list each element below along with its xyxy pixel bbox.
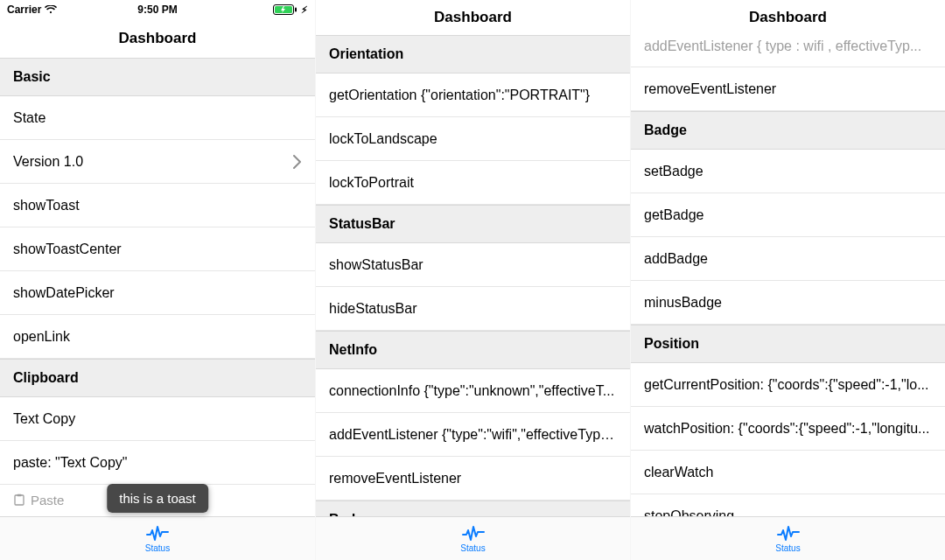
section-badge: Badge	[631, 111, 945, 150]
row-add-event-listener[interactable]: addEventListener {"type":"wifi","effecti…	[316, 413, 630, 457]
battery-charging-icon	[273, 4, 298, 15]
row-add-event-listener-partial[interactable]: addEventListener { type : wifi , effecti…	[631, 35, 945, 67]
svg-rect-2	[295, 8, 297, 12]
wifi-icon	[45, 5, 57, 14]
toast: this is a toast	[107, 484, 208, 513]
clipboard-icon	[13, 494, 25, 506]
row-get-badge[interactable]: getBadge	[631, 193, 945, 237]
row-text-copy[interactable]: Text Copy	[0, 397, 315, 441]
row-show-toast[interactable]: showToast	[0, 184, 315, 228]
nav-title: Dashboard	[749, 9, 827, 26]
settings-list: addEventListener { type : wifi , effecti…	[631, 35, 945, 516]
screen-1: Carrier 9:50 PM ⚡︎ Dashboard Basic State…	[0, 0, 315, 560]
section-statusbar: StatusBar	[316, 205, 630, 243]
svg-rect-3	[15, 495, 24, 505]
status-tab-label[interactable]: Status	[145, 543, 170, 553]
status-tab-icon[interactable]	[777, 525, 800, 542]
section-clipboard: Clipboard	[0, 359, 315, 397]
row-set-badge[interactable]: setBadge	[631, 150, 945, 193]
row-hide-statusbar[interactable]: hideStatusBar	[316, 287, 630, 331]
section-position: Position	[631, 325, 945, 363]
section-netinfo: NetInfo	[316, 331, 630, 369]
row-open-link[interactable]: openLink	[0, 315, 315, 359]
row-state[interactable]: State	[0, 96, 315, 140]
row-stop-observing[interactable]: stopObserving	[631, 494, 945, 516]
ios-status-bar: Carrier 9:50 PM ⚡︎	[0, 0, 315, 19]
section-badge: Badge	[316, 500, 630, 516]
row-get-orientation[interactable]: getOrientation {"orientation":"PORTRAIT"…	[316, 74, 630, 117]
status-tab-label[interactable]: Status	[460, 543, 485, 553]
row-get-current-position[interactable]: getCurrentPosition: {"coords":{"speed":-…	[631, 363, 945, 407]
tab-bar: Status	[316, 516, 630, 560]
row-version[interactable]: Version 1.0	[0, 140, 315, 184]
row-connection-info[interactable]: connectionInfo {"type":"unknown","effect…	[316, 369, 630, 413]
row-watch-position[interactable]: watchPosition: {"coords":{"speed":-1,"lo…	[631, 407, 945, 451]
nav-bar: Dashboard	[631, 0, 945, 35]
status-tab-icon[interactable]	[146, 525, 169, 542]
status-tab-label[interactable]: Status	[775, 543, 800, 553]
row-paste[interactable]: paste: "Text Copy"	[0, 441, 315, 485]
row-clear-watch[interactable]: clearWatch	[631, 451, 945, 494]
status-tab-icon[interactable]	[462, 525, 485, 542]
row-remove-event-listener[interactable]: removeEventListener	[316, 457, 630, 500]
carrier-label: Carrier	[7, 4, 41, 16]
row-remove-event-listener[interactable]: removeEventListener	[631, 67, 945, 111]
row-minus-badge[interactable]: minusBadge	[631, 281, 945, 325]
nav-title: Dashboard	[434, 9, 512, 26]
tab-bar: Status	[631, 516, 945, 560]
row-show-date-picker[interactable]: showDatePicker	[0, 271, 315, 315]
section-orientation: Orientation	[316, 35, 630, 74]
charging-bolt-icon: ⚡︎	[301, 4, 308, 16]
tab-bar: Status	[0, 516, 315, 560]
nav-title: Dashboard	[119, 30, 197, 47]
section-basic: Basic	[0, 58, 315, 96]
settings-list: Basic State Version 1.0 showToast showTo…	[0, 58, 315, 516]
screen-2: Dashboard Orientation getOrientation {"o…	[315, 0, 630, 560]
screen-3: Dashboard addEventListener { type : wifi…	[630, 0, 945, 560]
row-lock-landscape[interactable]: lockToLandscape	[316, 117, 630, 161]
nav-bar: Dashboard	[0, 19, 315, 58]
settings-list: Orientation getOrientation {"orientation…	[316, 35, 630, 516]
row-show-toast-center[interactable]: showToastCenter	[0, 228, 315, 271]
row-show-statusbar[interactable]: showStatusBar	[316, 243, 630, 287]
svg-rect-4	[18, 494, 22, 497]
row-add-badge[interactable]: addBadge	[631, 237, 945, 281]
chevron-right-icon	[293, 155, 302, 169]
row-lock-portrait[interactable]: lockToPortrait	[316, 161, 630, 205]
nav-bar: Dashboard	[316, 0, 630, 35]
